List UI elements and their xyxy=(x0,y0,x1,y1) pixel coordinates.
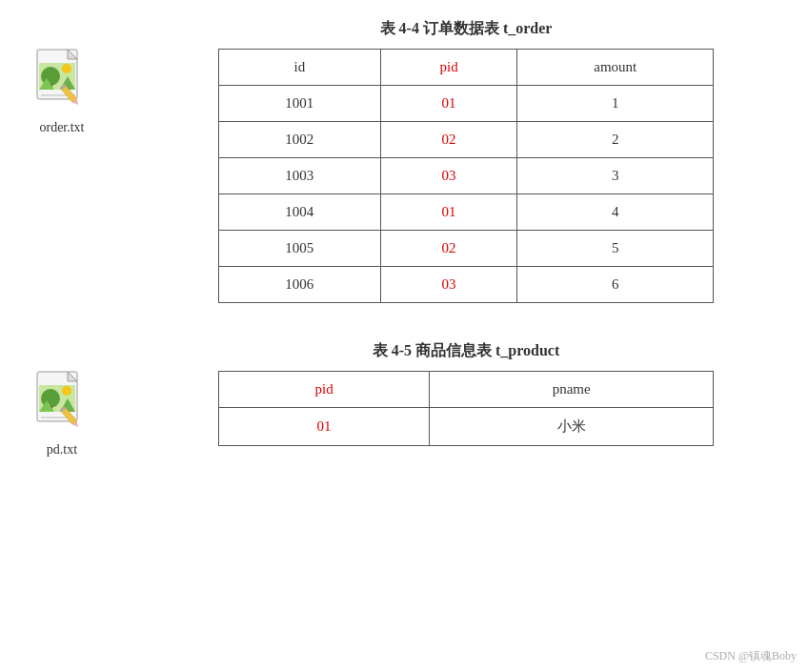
cell-amount: 2 xyxy=(517,122,714,158)
cell-id: 1005 xyxy=(219,231,381,267)
cell-id: 1004 xyxy=(219,194,381,231)
table2-col-pname: pname xyxy=(430,372,714,408)
table-order: id pid amount 10010111002022100303310040… xyxy=(218,49,714,303)
cell-pid: 02 xyxy=(380,231,517,267)
file-icon-order-container: order.txt xyxy=(19,19,105,135)
file-label-order: order.txt xyxy=(39,120,84,135)
file-icon-order xyxy=(33,48,91,114)
table-row: 01小米 xyxy=(219,408,714,446)
table-row: 1005025 xyxy=(219,231,714,267)
cell-id: 1002 xyxy=(219,122,381,158)
cell-amount: 4 xyxy=(517,194,714,231)
table1-col-id: id xyxy=(219,50,381,86)
table2-header-row: pid pname xyxy=(219,372,714,408)
table-section-product: 表 4-5 商品信息表 t_product pid pname 01小米 xyxy=(143,341,789,446)
cell-id: 1001 xyxy=(219,86,381,122)
cell-pid: 03 xyxy=(380,267,517,303)
section-order: order.txt 表 4-4 订单数据表 t_order id pid amo… xyxy=(19,19,789,303)
cell-pid: 02 xyxy=(380,122,517,158)
cell-id: 1006 xyxy=(219,267,381,303)
table-row: 1001011 xyxy=(219,86,714,122)
cell-pid: 03 xyxy=(380,158,517,194)
table2-col-pid: pid xyxy=(219,372,430,408)
cell-amount: 5 xyxy=(517,231,714,267)
page-container: order.txt 表 4-4 订单数据表 t_order id pid amo… xyxy=(19,19,789,458)
table-row: 1002022 xyxy=(219,122,714,158)
table-section-order: 表 4-4 订单数据表 t_order id pid amount 100101… xyxy=(143,19,789,303)
file-icon-product-container: pd.txt xyxy=(19,341,105,458)
table-row: 1004014 xyxy=(219,194,714,231)
cell-pname: 小米 xyxy=(430,408,714,446)
table1-header-row: id pid amount xyxy=(219,50,714,86)
table1-title: 表 4-4 订单数据表 t_order xyxy=(143,19,789,39)
cell-amount: 1 xyxy=(517,86,714,122)
svg-point-17 xyxy=(62,386,71,396)
cell-id: 1003 xyxy=(219,158,381,194)
table-row: 1003033 xyxy=(219,158,714,194)
table2-title: 表 4-5 商品信息表 t_product xyxy=(143,341,789,361)
cell-amount: 6 xyxy=(517,267,714,303)
table-row: 1006036 xyxy=(219,267,714,303)
cell-amount: 3 xyxy=(517,158,714,194)
section-product: pd.txt 表 4-5 商品信息表 t_product pid pname 0… xyxy=(19,341,789,458)
file-icon-product xyxy=(33,370,91,437)
table-product: pid pname 01小米 xyxy=(218,371,714,446)
svg-point-5 xyxy=(62,64,71,73)
table1-col-amount: amount xyxy=(517,50,714,86)
cell-pid: 01 xyxy=(219,408,430,446)
table1-col-pid: pid xyxy=(380,50,517,86)
cell-pid: 01 xyxy=(380,86,517,122)
file-label-product: pd.txt xyxy=(47,442,77,458)
cell-pid: 01 xyxy=(380,194,517,231)
